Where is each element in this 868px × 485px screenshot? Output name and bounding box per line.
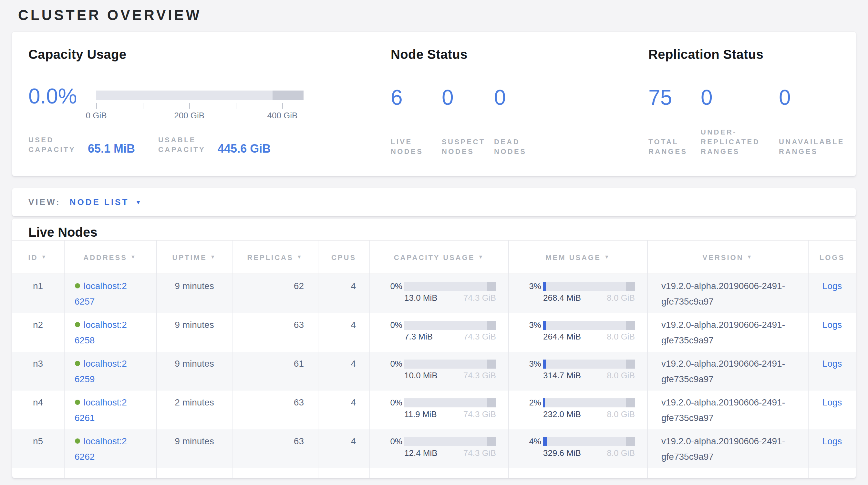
view-label: VIEW:: [28, 197, 61, 207]
memory-bar: [543, 398, 635, 407]
column-header-cpus: CPUS: [317, 240, 369, 274]
column-header-uptime[interactable]: UPTIME▼: [156, 240, 232, 274]
memory-meter: 3%268.4 MiB8.0 GiB: [509, 274, 647, 303]
memory-bar-fill: [543, 437, 547, 446]
cell-cpus: 4: [317, 429, 369, 468]
capacity-axis-tick-label: 0 GiB: [86, 111, 106, 120]
cell-uptime: 9 minutes: [156, 429, 232, 468]
cell-logs: Logs: [808, 313, 856, 352]
node-live-status-icon: [74, 438, 80, 444]
cluster-overview-page: CLUSTER OVERVIEW Capacity Usage 0.0% 0 G…: [0, 0, 868, 485]
table-row: n3localhost:262599 minutes6140%10.0 MiB7…: [12, 352, 856, 391]
column-header-label: CPUS: [331, 253, 356, 261]
table-row-partial: [12, 468, 856, 478]
node-live-status-icon: [74, 400, 80, 405]
node-status-title: Node Status: [391, 47, 636, 62]
capacity-axis-tick: [189, 103, 190, 109]
capacity-meter: 0%7.3 MiB74.3 GiB: [370, 313, 508, 342]
column-header-address[interactable]: ADDRESS▼: [64, 240, 156, 274]
view-selector-dropdown[interactable]: NODE LIST ▼: [70, 197, 142, 207]
capacity-usage-title: Capacity Usage: [28, 47, 380, 62]
column-header-memory[interactable]: MEM USAGE▼: [508, 240, 647, 274]
memory-bar-fill: [543, 321, 546, 330]
address-link[interactable]: localhost:26259: [74, 358, 127, 384]
cell-cpus: 4: [317, 352, 369, 391]
logs-link[interactable]: Logs: [823, 436, 842, 446]
replication-stat-value: 0: [779, 86, 791, 109]
sort-arrow-icon: ▼: [747, 254, 753, 260]
column-header-label: CAPACITY USAGE: [394, 253, 475, 261]
capacity-used-percent: 0.0%: [28, 85, 77, 108]
cell-cpus: 4: [317, 274, 369, 313]
node-status-stat-label: LIVE NODES: [391, 137, 432, 156]
cell-capacity-usage: 0%10.0 MiB74.3 GiB: [369, 352, 508, 391]
capacity-stat: USABLE CAPACITY445.6 GiB: [158, 135, 271, 154]
column-header-capacity[interactable]: CAPACITY USAGE▼: [369, 240, 508, 274]
memory-max-value: 8.0 GiB: [607, 293, 635, 303]
column-header-id[interactable]: ID▼: [12, 240, 64, 274]
column-header-version[interactable]: VERSION▼: [647, 240, 808, 274]
capacity-max-value: 74.3 GiB: [463, 293, 496, 303]
sort-arrow-icon: ▼: [297, 254, 303, 260]
capacity-axis-tick: [96, 103, 97, 109]
node-status-section: Node Status 600LIVE NODESSUSPECT NODESDE…: [391, 47, 636, 62]
capacity-axis-tick-label: 400 GiB: [268, 111, 298, 120]
node-status-stat-value: 0: [494, 86, 506, 109]
live-nodes-card: Live Nodes ID▼ADDRESS▼UPTIME▼REPLICAS▼CP…: [12, 219, 856, 478]
memory-used-value: 232.0 MiB: [543, 409, 581, 420]
capacity-max-value: 74.3 GiB: [463, 409, 496, 420]
capacity-axis-tick-label: 200 GiB: [174, 111, 205, 120]
cell-address: localhost:26258: [64, 313, 156, 352]
memory-bar-fill: [543, 398, 545, 407]
column-header-label: ID: [28, 253, 38, 261]
capacity-bar-reserved-segment: [273, 90, 304, 100]
memory-max-value: 8.0 GiB: [607, 332, 635, 342]
memory-meter: 3%314.7 MiB8.0 GiB: [509, 352, 647, 381]
replication-status-title: Replication Status: [648, 47, 855, 62]
sort-arrow-icon: ▼: [604, 254, 611, 260]
column-header-label: MEM USAGE: [546, 253, 601, 261]
memory-percent: 3%: [521, 282, 541, 291]
memory-bar: [543, 360, 635, 369]
logs-link[interactable]: Logs: [823, 358, 842, 369]
logs-link[interactable]: Logs: [823, 397, 842, 407]
cell-uptime: 9 minutes: [156, 274, 232, 313]
address-link[interactable]: localhost:26261: [74, 397, 127, 423]
memory-used-value: 314.7 MiB: [543, 371, 581, 381]
cell-version: v19.2.0-alpha.20190606-2491-gfe735c9a97: [647, 313, 808, 352]
live-nodes-title: Live Nodes: [28, 225, 97, 240]
node-live-status-icon: [74, 322, 80, 327]
cell-mem-usage: 2%232.0 MiB8.0 GiB: [508, 391, 647, 429]
address-link[interactable]: localhost:26257: [74, 281, 127, 307]
live-nodes-table: ID▼ADDRESS▼UPTIME▼REPLICAS▼CPUSCAPACITY …: [12, 240, 856, 478]
logs-link[interactable]: Logs: [823, 319, 842, 330]
node-live-status-icon: [74, 283, 80, 288]
cell-uptime: 9 minutes: [156, 352, 232, 391]
address-link[interactable]: localhost:26262: [74, 436, 127, 462]
capacity-used-value: 11.9 MiB: [404, 409, 437, 420]
cell-mem-usage: 3%314.7 MiB8.0 GiB: [508, 352, 647, 391]
table-row: n2localhost:262589 minutes6340%7.3 MiB74…: [12, 313, 856, 352]
logs-link[interactable]: Logs: [823, 281, 842, 291]
cell-node-id: n3: [12, 352, 64, 391]
cell-cpus: 4: [317, 391, 369, 429]
cell-node-id: n2: [12, 313, 64, 352]
cell-capacity-usage: 0%7.3 MiB74.3 GiB: [369, 313, 508, 352]
capacity-max-value: 74.3 GiB: [463, 371, 496, 381]
cell-uptime: 9 minutes: [156, 313, 232, 352]
column-header-replicas[interactable]: REPLICAS▼: [232, 240, 317, 274]
capacity-bar: [404, 282, 496, 291]
memory-meter: 3%264.4 MiB8.0 GiB: [509, 313, 647, 342]
capacity-bar-reserved-segment: [487, 437, 496, 446]
cell-replicas: 62: [232, 274, 317, 313]
memory-meter: 4%329.6 MiB8.0 GiB: [509, 429, 647, 458]
address-link[interactable]: localhost:26258: [74, 319, 127, 345]
memory-bar-reserved-segment: [626, 282, 635, 291]
chevron-down-icon: ▼: [135, 199, 141, 205]
memory-bar-reserved-segment: [626, 398, 635, 407]
column-header-label: ADDRESS: [83, 253, 127, 261]
memory-max-value: 8.0 GiB: [607, 448, 635, 458]
replication-stat-value: 0: [701, 86, 779, 109]
cell-replicas: 63: [232, 391, 317, 429]
capacity-stat-value: 445.6 GiB: [218, 144, 271, 154]
